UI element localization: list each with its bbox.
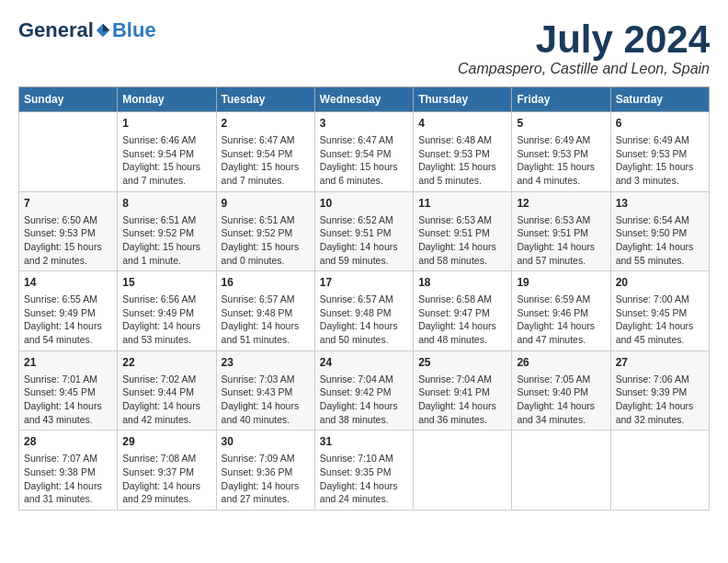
calendar-week-row: 1Sunrise: 6:46 AM Sunset: 9:54 PM Daylig…	[19, 112, 710, 192]
calendar-cell: 8Sunrise: 6:51 AM Sunset: 9:52 PM Daylig…	[118, 191, 216, 271]
calendar-cell: 5Sunrise: 6:49 AM Sunset: 9:53 PM Daylig…	[512, 112, 610, 192]
day-info: Sunrise: 6:51 AM Sunset: 9:52 PM Dayligh…	[222, 213, 310, 268]
day-number: 20	[616, 275, 704, 291]
calendar-cell: 18Sunrise: 6:58 AM Sunset: 9:47 PM Dayli…	[414, 271, 512, 351]
day-info: Sunrise: 6:54 AM Sunset: 9:50 PM Dayligh…	[616, 213, 704, 268]
day-number: 4	[418, 116, 506, 132]
weekday-header-cell: Friday	[512, 87, 610, 112]
calendar-cell: 2Sunrise: 6:47 AM Sunset: 9:54 PM Daylig…	[216, 112, 314, 192]
calendar-cell: 4Sunrise: 6:48 AM Sunset: 9:53 PM Daylig…	[414, 112, 512, 192]
weekday-header-cell: Wednesday	[314, 87, 413, 112]
calendar-cell: 11Sunrise: 6:53 AM Sunset: 9:51 PM Dayli…	[414, 191, 512, 271]
day-info: Sunrise: 6:48 AM Sunset: 9:53 PM Dayligh…	[418, 133, 506, 188]
weekday-header-row: SundayMondayTuesdayWednesdayThursdayFrid…	[19, 87, 710, 112]
weekday-header-cell: Tuesday	[216, 87, 314, 112]
calendar-cell: 21Sunrise: 7:01 AM Sunset: 9:45 PM Dayli…	[19, 350, 118, 431]
calendar-body: 1Sunrise: 6:46 AM Sunset: 9:54 PM Daylig…	[19, 112, 710, 511]
day-number: 14	[24, 275, 112, 291]
day-number: 24	[320, 355, 408, 371]
calendar-table: SundayMondayTuesdayWednesdayThursdayFrid…	[18, 86, 710, 511]
calendar-cell: 27Sunrise: 7:06 AM Sunset: 9:39 PM Dayli…	[610, 350, 709, 431]
calendar-cell: 22Sunrise: 7:02 AM Sunset: 9:44 PM Dayli…	[118, 350, 216, 431]
calendar-cell: 26Sunrise: 7:05 AM Sunset: 9:40 PM Dayli…	[512, 350, 610, 431]
day-info: Sunrise: 7:10 AM Sunset: 9:35 PM Dayligh…	[320, 452, 408, 506]
calendar-title: July 2024	[458, 18, 710, 61]
weekday-header-cell: Saturday	[610, 87, 709, 112]
calendar-week-row: 21Sunrise: 7:01 AM Sunset: 9:45 PM Dayli…	[19, 350, 710, 431]
day-info: Sunrise: 7:00 AM Sunset: 9:45 PM Dayligh…	[616, 293, 704, 347]
calendar-week-row: 28Sunrise: 7:07 AM Sunset: 9:38 PM Dayli…	[19, 431, 710, 511]
day-number: 31	[320, 434, 408, 450]
day-info: Sunrise: 7:07 AM Sunset: 9:38 PM Dayligh…	[24, 452, 112, 506]
weekday-header-cell: Sunday	[19, 87, 118, 112]
calendar-cell: 28Sunrise: 7:07 AM Sunset: 9:38 PM Dayli…	[19, 431, 118, 511]
day-info: Sunrise: 7:03 AM Sunset: 9:43 PM Dayligh…	[222, 373, 310, 427]
calendar-week-row: 14Sunrise: 6:55 AM Sunset: 9:49 PM Dayli…	[19, 271, 710, 351]
day-number: 17	[320, 275, 408, 291]
day-number: 15	[122, 275, 210, 291]
day-number: 13	[616, 196, 704, 212]
calendar-cell: 14Sunrise: 6:55 AM Sunset: 9:49 PM Dayli…	[19, 271, 118, 351]
calendar-cell	[414, 431, 512, 511]
day-number: 7	[24, 196, 112, 212]
day-number: 30	[222, 434, 310, 450]
day-info: Sunrise: 7:02 AM Sunset: 9:44 PM Dayligh…	[122, 373, 210, 427]
calendar-cell	[610, 431, 709, 511]
calendar-subtitle: Campaspero, Castille and Leon, Spain	[458, 61, 710, 77]
calendar-cell: 6Sunrise: 6:49 AM Sunset: 9:53 PM Daylig…	[610, 112, 709, 192]
calendar-cell: 7Sunrise: 6:50 AM Sunset: 9:53 PM Daylig…	[19, 191, 118, 271]
day-info: Sunrise: 7:08 AM Sunset: 9:37 PM Dayligh…	[122, 452, 210, 506]
day-info: Sunrise: 6:53 AM Sunset: 9:51 PM Dayligh…	[517, 213, 605, 268]
calendar-cell: 16Sunrise: 6:57 AM Sunset: 9:48 PM Dayli…	[216, 271, 314, 351]
day-number: 16	[222, 275, 310, 291]
logo-blue-text: Blue	[112, 18, 156, 42]
calendar-cell: 3Sunrise: 6:47 AM Sunset: 9:54 PM Daylig…	[314, 112, 413, 192]
day-info: Sunrise: 7:04 AM Sunset: 9:41 PM Dayligh…	[418, 373, 506, 427]
calendar-cell: 15Sunrise: 6:56 AM Sunset: 9:49 PM Dayli…	[118, 271, 216, 351]
day-number: 25	[418, 355, 506, 371]
day-info: Sunrise: 6:55 AM Sunset: 9:49 PM Dayligh…	[24, 293, 112, 347]
day-number: 5	[517, 116, 605, 132]
logo: General Blue	[18, 18, 156, 42]
calendar-cell: 12Sunrise: 6:53 AM Sunset: 9:51 PM Dayli…	[512, 191, 610, 271]
day-info: Sunrise: 6:56 AM Sunset: 9:49 PM Dayligh…	[122, 293, 210, 347]
day-info: Sunrise: 7:06 AM Sunset: 9:39 PM Dayligh…	[616, 373, 704, 427]
day-number: 9	[222, 196, 310, 212]
day-number: 21	[24, 355, 112, 371]
day-number: 28	[24, 434, 112, 450]
calendar-cell: 13Sunrise: 6:54 AM Sunset: 9:50 PM Dayli…	[610, 191, 709, 271]
day-info: Sunrise: 6:51 AM Sunset: 9:52 PM Dayligh…	[122, 213, 210, 268]
calendar-cell: 29Sunrise: 7:08 AM Sunset: 9:37 PM Dayli…	[118, 431, 216, 511]
day-info: Sunrise: 6:50 AM Sunset: 9:53 PM Dayligh…	[24, 213, 112, 268]
weekday-header-cell: Thursday	[414, 87, 512, 112]
day-info: Sunrise: 7:04 AM Sunset: 9:42 PM Dayligh…	[320, 373, 408, 427]
day-number: 2	[222, 116, 310, 132]
day-info: Sunrise: 6:58 AM Sunset: 9:47 PM Dayligh…	[418, 293, 506, 347]
day-number: 18	[418, 275, 506, 291]
calendar-cell: 30Sunrise: 7:09 AM Sunset: 9:36 PM Dayli…	[216, 431, 314, 511]
day-number: 6	[616, 116, 704, 132]
day-info: Sunrise: 6:46 AM Sunset: 9:54 PM Dayligh…	[122, 133, 210, 188]
day-info: Sunrise: 6:57 AM Sunset: 9:48 PM Dayligh…	[222, 293, 310, 347]
calendar-cell: 1Sunrise: 6:46 AM Sunset: 9:54 PM Daylig…	[118, 112, 216, 192]
day-number: 1	[122, 116, 210, 132]
calendar-cell: 25Sunrise: 7:04 AM Sunset: 9:41 PM Dayli…	[414, 350, 512, 431]
day-info: Sunrise: 6:49 AM Sunset: 9:53 PM Dayligh…	[616, 133, 704, 188]
day-number: 19	[517, 275, 605, 291]
day-info: Sunrise: 6:57 AM Sunset: 9:48 PM Dayligh…	[320, 293, 408, 347]
day-number: 12	[517, 196, 605, 212]
day-number: 11	[418, 196, 506, 212]
day-info: Sunrise: 6:59 AM Sunset: 9:46 PM Dayligh…	[517, 293, 605, 347]
day-number: 29	[122, 434, 210, 450]
calendar-cell: 9Sunrise: 6:51 AM Sunset: 9:52 PM Daylig…	[216, 191, 314, 271]
day-number: 23	[222, 355, 310, 371]
calendar-cell	[19, 112, 118, 192]
logo-general-text: General	[18, 18, 94, 42]
day-number: 22	[122, 355, 210, 371]
day-number: 27	[616, 355, 704, 371]
day-info: Sunrise: 6:53 AM Sunset: 9:51 PM Dayligh…	[418, 213, 506, 268]
calendar-cell: 31Sunrise: 7:10 AM Sunset: 9:35 PM Dayli…	[314, 431, 413, 511]
day-info: Sunrise: 6:47 AM Sunset: 9:54 PM Dayligh…	[222, 133, 310, 188]
calendar-cell: 20Sunrise: 7:00 AM Sunset: 9:45 PM Dayli…	[610, 271, 709, 351]
page-header: General Blue July 2024 Campaspero, Casti…	[18, 18, 710, 77]
